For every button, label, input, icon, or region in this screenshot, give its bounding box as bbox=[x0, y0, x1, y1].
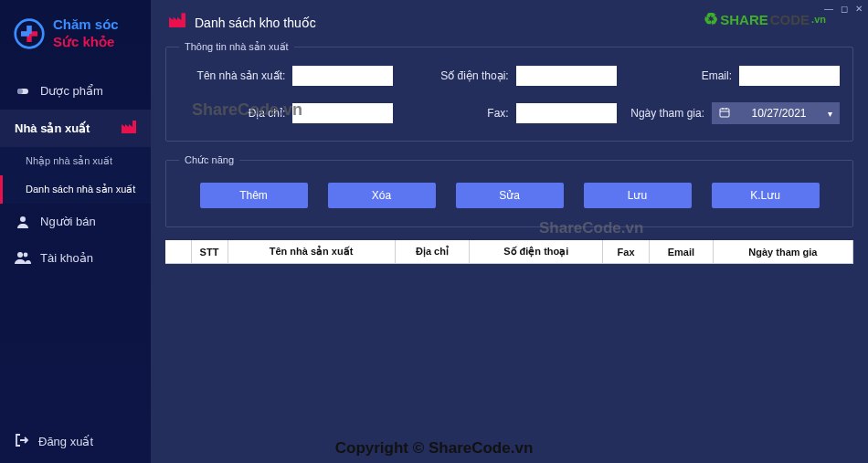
input-email[interactable] bbox=[739, 66, 840, 86]
close-icon[interactable]: ✕ bbox=[855, 4, 863, 14]
brand-line-2: Sức khỏe bbox=[53, 34, 119, 51]
input-name[interactable] bbox=[292, 66, 393, 86]
svg-rect-4 bbox=[21, 31, 29, 36]
label-name: Tên nhà sản xuất: bbox=[197, 69, 286, 82]
table-header-row: STT Tên nhà sản xuất Địa chỉ Số điện tho… bbox=[165, 240, 853, 264]
sidebar-subnav: Nhập nhà sản xuất Danh sách nhà sản xuất bbox=[0, 147, 151, 204]
maximize-icon[interactable]: ◻ bbox=[841, 4, 848, 14]
sidebar-nav: Dược phẩm Nhà sản xuất Nhập nhà sản xuất… bbox=[0, 73, 151, 421]
date-value: 10/27/2021 bbox=[751, 107, 806, 120]
chevron-down-icon: ▾ bbox=[828, 109, 832, 119]
sidebar-item-label: Dược phẩm bbox=[40, 84, 103, 98]
label-email: Email: bbox=[702, 69, 732, 82]
label-phone: Số điện thoại: bbox=[440, 69, 508, 82]
svg-rect-10 bbox=[720, 109, 729, 117]
sharecode-badge: ♻ SHARECODE.vn bbox=[704, 9, 826, 29]
sidebar-item-label: Nhà sản xuất bbox=[15, 121, 90, 135]
page-title: Danh sách kho thuốc bbox=[195, 16, 316, 30]
sidebar: Chăm sóc Sức khỏe Dược phẩm Nhà sản xuất… bbox=[0, 0, 151, 463]
sidebar-sub-add-manufacturer[interactable]: Nhập nhà sản xuất bbox=[0, 147, 151, 175]
brand-logo-icon bbox=[13, 17, 46, 50]
input-join-date[interactable]: 10/27/2021 ▾ bbox=[712, 102, 840, 124]
table-header-phone[interactable]: Số điện thoại bbox=[470, 240, 603, 264]
edit-button[interactable]: Sửa bbox=[456, 183, 564, 208]
group-actions: Chức năng Thêm Xóa Sửa Lưu K.Lưu bbox=[165, 154, 853, 227]
brand-line-1: Chăm sóc bbox=[53, 16, 119, 34]
input-phone[interactable] bbox=[516, 66, 617, 86]
input-fax[interactable] bbox=[516, 103, 617, 123]
calendar-icon bbox=[719, 107, 730, 121]
table-header-stt[interactable]: STT bbox=[191, 240, 228, 264]
table-header-fax[interactable]: Fax bbox=[603, 240, 650, 264]
brand-block: Chăm sóc Sức khỏe bbox=[0, 0, 151, 73]
svg-point-9 bbox=[24, 253, 28, 258]
table-header-name[interactable]: Tên nhà sản xuất bbox=[228, 240, 395, 264]
sidebar-item-label: Tài khoản bbox=[40, 251, 93, 265]
badge-share: SHARE bbox=[720, 12, 768, 27]
group-manufacturer-info: Thông tin nhà sản xuất Tên nhà sản xuất:… bbox=[165, 41, 853, 142]
content: Thông tin nhà sản xuất Tên nhà sản xuất:… bbox=[151, 41, 868, 264]
sidebar-item-seller[interactable]: Người bán bbox=[0, 204, 151, 240]
data-table: STT Tên nhà sản xuất Địa chỉ Số điện tho… bbox=[165, 240, 853, 264]
svg-point-7 bbox=[20, 216, 26, 222]
label-address: Địa chỉ: bbox=[249, 107, 286, 120]
svg-point-8 bbox=[17, 252, 23, 258]
save-button[interactable]: Lưu bbox=[584, 183, 692, 208]
badge-vn: .vn bbox=[811, 14, 826, 25]
sidebar-sub-list-manufacturer[interactable]: Danh sách nhà sản xuất bbox=[0, 175, 151, 204]
table-header-address[interactable]: Địa chỉ bbox=[395, 240, 470, 264]
factory-icon bbox=[122, 121, 136, 136]
users-icon bbox=[15, 251, 31, 264]
group-legend: Chức năng bbox=[179, 154, 239, 166]
table-header-join[interactable]: Ngày tham gia bbox=[713, 240, 852, 264]
app-root: Chăm sóc Sức khỏe Dược phẩm Nhà sản xuất… bbox=[0, 0, 868, 463]
input-address[interactable] bbox=[292, 103, 393, 123]
sidebar-item-drugs[interactable]: Dược phẩm bbox=[0, 73, 151, 110]
label-join-date: Ngày tham gia: bbox=[630, 107, 704, 120]
main-area: — ◻ ✕ Danh sách kho thuốc Thông tin nhà … bbox=[151, 0, 868, 463]
table-header-selector[interactable] bbox=[165, 240, 191, 264]
svg-rect-6 bbox=[17, 89, 23, 94]
nosave-button[interactable]: K.Lưu bbox=[712, 183, 820, 208]
sidebar-item-manufacturer[interactable]: Nhà sản xuất bbox=[0, 110, 151, 147]
window-controls: — ◻ ✕ bbox=[824, 4, 863, 14]
table-header-email[interactable]: Email bbox=[650, 240, 714, 264]
watermark-footer: Copyright © ShareCode.vn bbox=[0, 439, 868, 458]
person-icon bbox=[15, 215, 31, 229]
add-button[interactable]: Thêm bbox=[200, 183, 308, 208]
delete-button[interactable]: Xóa bbox=[328, 183, 436, 208]
badge-code: CODE bbox=[770, 12, 810, 27]
recycle-icon: ♻ bbox=[704, 9, 718, 29]
sidebar-item-account[interactable]: Tài khoản bbox=[0, 240, 151, 276]
sidebar-item-label: Người bán bbox=[40, 215, 96, 228]
pill-icon bbox=[15, 84, 31, 99]
factory-icon bbox=[169, 13, 185, 32]
group-legend: Thông tin nhà sản xuất bbox=[179, 41, 294, 53]
label-fax: Fax: bbox=[487, 107, 508, 120]
